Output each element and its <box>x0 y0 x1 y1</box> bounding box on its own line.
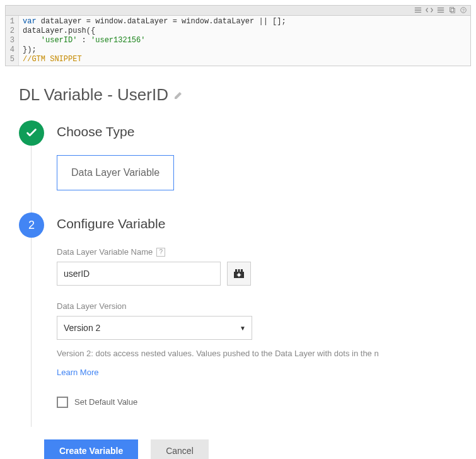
svg-rect-6 <box>238 269 240 272</box>
svg-rect-5 <box>235 269 237 272</box>
set-default-checkbox[interactable] <box>57 397 68 408</box>
step1-badge-check <box>19 120 44 146</box>
svg-text:?: ? <box>462 8 465 12</box>
set-default-label: Set Default Value <box>74 397 137 407</box>
toolbar-help-icon[interactable]: ? <box>459 5 468 16</box>
toolbar-code-icon[interactable] <box>425 5 434 16</box>
svg-rect-10 <box>237 275 241 276</box>
code-editor: ? 1 2 3 4 5 var dataLayer = window.dataL… <box>5 5 471 66</box>
step2-badge: 2 <box>19 212 44 238</box>
edit-icon[interactable] <box>173 85 183 105</box>
variable-type-box[interactable]: Data Layer Variable <box>57 155 174 190</box>
toolbar-lines-icon[interactable] <box>436 5 445 16</box>
var-name-label: Data Layer Variable Name ? <box>57 247 463 257</box>
step-choose-type: Choose Type Data Layer Variable <box>19 120 463 212</box>
code-content[interactable]: var dataLayer = window.dataLayer = windo… <box>19 16 290 66</box>
help-icon[interactable]: ? <box>156 248 165 257</box>
learn-more-link[interactable]: Learn More <box>57 368 98 377</box>
version-select[interactable]: Version 2 <box>57 316 252 340</box>
version-helper-text: Version 2: dots access nested values. Va… <box>57 347 463 360</box>
toolbar-copy-icon[interactable] <box>448 5 456 16</box>
check-icon <box>25 126 38 140</box>
code-gutter: 1 2 3 4 5 <box>6 16 19 66</box>
toolbar-list-icon[interactable] <box>414 5 422 16</box>
step-configure-variable: 2 Configure Variable Data Layer Variable… <box>19 212 463 427</box>
cancel-button[interactable]: Cancel <box>151 439 209 460</box>
brick-icon <box>233 268 245 279</box>
svg-rect-7 <box>241 269 243 272</box>
step2-title: Configure Variable <box>57 216 463 231</box>
code-toolbar: ? <box>6 6 470 16</box>
create-variable-button[interactable]: Create Variable <box>44 439 138 460</box>
svg-rect-0 <box>450 7 454 11</box>
variable-picker-button[interactable] <box>227 262 251 286</box>
page-title: DL Variable - UserID <box>19 85 463 105</box>
var-name-input[interactable] <box>57 262 221 286</box>
version-label: Data Layer Version <box>57 301 463 311</box>
step1-title: Choose Type <box>57 124 463 139</box>
svg-rect-1 <box>451 8 455 13</box>
